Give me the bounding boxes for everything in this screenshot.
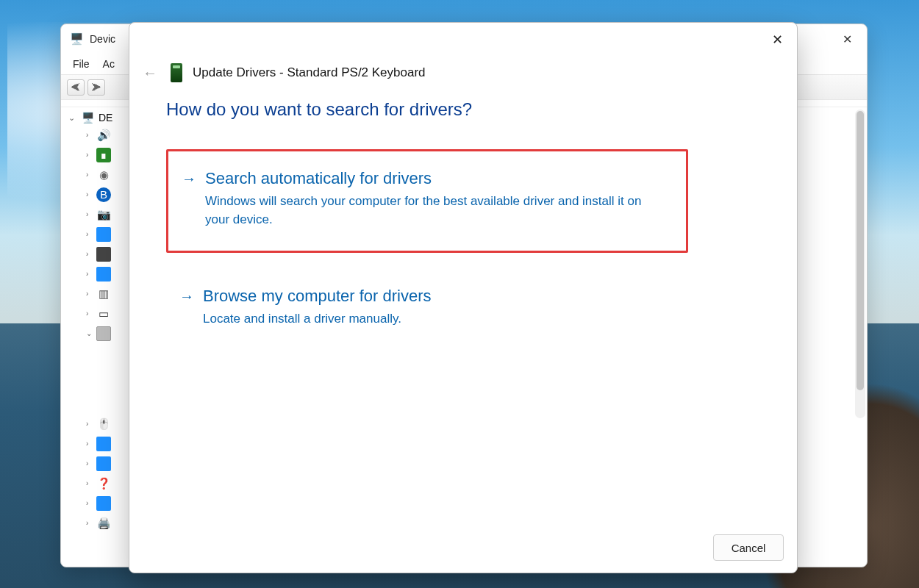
printer-icon: 🖨️ <box>96 516 111 531</box>
devmgr-scrollbar[interactable] <box>855 110 865 418</box>
arrow-left-icon: ⮜ <box>71 82 81 93</box>
chevron-right-icon: › <box>86 309 95 318</box>
chevron-right-icon: › <box>86 131 95 139</box>
dialog-question: How do you want to search for drivers? <box>166 99 762 120</box>
chevron-right-icon: › <box>86 519 95 527</box>
speaker-icon: 🔊 <box>96 128 111 143</box>
nav-forward-button[interactable]: ⮞ <box>87 79 105 96</box>
chevron-right-icon: › <box>86 151 95 159</box>
option-browse-computer[interactable]: → Browse my computer for drivers Locate … <box>166 273 762 345</box>
disk-icon <box>96 247 111 262</box>
arrow-right-icon: → <box>182 171 196 187</box>
computer-icon: 🖥️ <box>70 32 84 46</box>
device-icon <box>171 63 182 82</box>
dialog-close-button[interactable]: ✕ <box>760 27 794 52</box>
monitor-icon <box>96 227 111 242</box>
chevron-right-icon: › <box>86 230 95 238</box>
arrow-right-icon: → <box>179 288 194 305</box>
dialog-body: How do you want to search for drivers? →… <box>129 95 797 527</box>
devmgr-title: Devic <box>90 33 115 45</box>
chevron-down-icon: ⌄ <box>68 113 77 123</box>
tree-root-label: DE <box>99 112 112 123</box>
chevron-right-icon: › <box>86 459 95 467</box>
computer-icon: 🖥️ <box>82 112 94 123</box>
close-icon: ✕ <box>843 32 852 46</box>
chevron-right-icon: › <box>86 479 95 487</box>
close-icon: ✕ <box>772 32 783 48</box>
keyboard-icon <box>96 326 111 341</box>
unknown-device-icon: ❓ <box>96 476 111 491</box>
chevron-right-icon: › <box>86 210 95 218</box>
dialog-back-button[interactable]: ← <box>140 62 160 83</box>
option-title: Browse my computer for drivers <box>203 287 432 306</box>
chevron-down-icon: ⌄ <box>86 329 95 337</box>
chevron-right-icon: › <box>86 190 95 198</box>
option-title: Search automatically for drivers <box>205 169 432 188</box>
network-icon <box>96 456 111 471</box>
scrollbar-thumb[interactable] <box>857 111 864 390</box>
menu-action[interactable]: Ac <box>99 57 119 71</box>
display-adapter-icon <box>96 267 111 282</box>
camera-icon: 📷 <box>96 207 111 222</box>
arrow-left-icon: ← <box>143 65 157 82</box>
option-search-automatically[interactable]: → Search automatically for drivers Windo… <box>166 149 688 253</box>
devmgr-close-button[interactable]: ✕ <box>830 27 864 51</box>
monitor-icon <box>96 437 111 451</box>
option-description: Windows will search your computer for th… <box>182 188 652 229</box>
dialog-footer: Cancel <box>129 527 797 573</box>
chevron-right-icon: › <box>86 171 95 179</box>
chevron-right-icon: › <box>86 440 95 448</box>
chevron-right-icon: › <box>86 250 95 258</box>
chevron-right-icon: › <box>86 420 95 428</box>
chip-icon: ▥ <box>96 287 111 301</box>
chevron-right-icon: › <box>86 270 95 278</box>
portable-device-icon <box>96 496 111 511</box>
bluetooth-icon: B <box>96 187 111 202</box>
cancel-button[interactable]: Cancel <box>713 534 784 561</box>
dialog-header: ← Update Drivers - Standard PS/2 Keyboar… <box>129 57 797 95</box>
dialog-title: Update Drivers - Standard PS/2 Keyboard <box>193 65 426 80</box>
hid-icon: ▭ <box>96 306 111 321</box>
menu-file[interactable]: File <box>68 57 94 71</box>
mouse-icon: 🖱️ <box>96 417 111 431</box>
chevron-right-icon: › <box>86 499 95 507</box>
battery-icon: ∎ <box>96 148 111 162</box>
cancel-label: Cancel <box>732 542 766 554</box>
fingerprint-icon: ◉ <box>96 168 111 182</box>
chevron-right-icon: › <box>86 290 95 298</box>
option-description: Locate and install a driver manually. <box>179 306 650 329</box>
arrow-right-icon: ⮞ <box>91 82 101 93</box>
nav-back-button[interactable]: ⮜ <box>67 79 85 96</box>
update-drivers-dialog: ✕ ← Update Drivers - Standard PS/2 Keybo… <box>129 22 798 573</box>
dialog-titlebar: ✕ <box>129 23 797 57</box>
